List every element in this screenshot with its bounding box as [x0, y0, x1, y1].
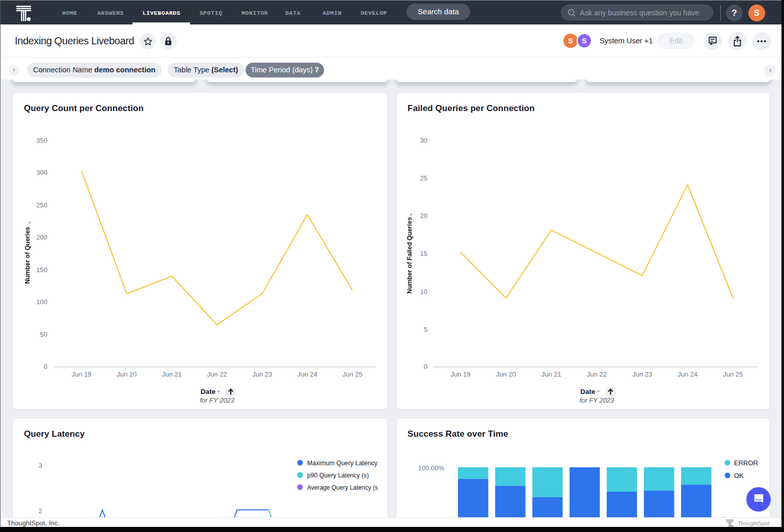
svg-text:Jun 24: Jun 24	[678, 370, 697, 378]
svg-text:Jun 20: Jun 20	[496, 370, 516, 378]
svg-text:2: 2	[39, 507, 42, 515]
svg-text:350: 350	[36, 137, 47, 144]
svg-text:250: 250	[36, 201, 47, 209]
svg-text:25: 25	[420, 174, 427, 182]
svg-text:ERROR: ERROR	[734, 459, 758, 467]
svg-text:0: 0	[424, 363, 427, 370]
svg-text:for FY 2023: for FY 2023	[580, 396, 614, 404]
svg-text:Average Query Latency (s: Average Query Latency (s	[307, 484, 378, 491]
svg-text:p90 Query Latency (s): p90 Query Latency (s)	[307, 471, 369, 479]
svg-text:Jun 22: Jun 22	[587, 370, 607, 378]
svg-text:Jun 20: Jun 20	[117, 370, 137, 378]
svg-text:Date: Date	[201, 388, 216, 395]
svg-text:Date: Date	[580, 388, 596, 395]
svg-text:15: 15	[420, 250, 427, 257]
svg-text:Jun 21: Jun 21	[162, 370, 182, 378]
svg-text:200: 200	[36, 233, 47, 241]
svg-text:10: 10	[420, 288, 427, 296]
svg-text:for FY 2023: for FY 2023	[200, 396, 234, 404]
svg-text:Number of Failed Queries: Number of Failed Queries	[405, 217, 413, 294]
svg-text:Jun 19: Jun 19	[450, 370, 470, 378]
svg-text:150: 150	[36, 266, 47, 274]
svg-text:Jun 19: Jun 19	[71, 370, 91, 378]
svg-text:300: 300	[36, 169, 47, 176]
svg-text:Jun 25: Jun 25	[342, 370, 362, 378]
svg-text:30: 30	[420, 137, 427, 144]
svg-text:100: 100	[36, 298, 47, 306]
svg-text:OK: OK	[734, 472, 744, 480]
svg-text:Jun 22: Jun 22	[207, 370, 227, 378]
svg-text:Jun 23: Jun 23	[252, 370, 272, 378]
svg-text:Number of Queries: Number of Queries	[23, 227, 31, 284]
svg-text:Jun 23: Jun 23	[632, 370, 652, 378]
svg-text:Maximum Query Latency: Maximum Query Latency	[307, 459, 377, 467]
svg-text:Jun 24: Jun 24	[298, 370, 317, 378]
svg-text:5: 5	[424, 326, 427, 333]
svg-text:20: 20	[420, 212, 427, 220]
svg-text:50: 50	[40, 331, 47, 338]
svg-text:3: 3	[39, 462, 42, 469]
svg-text:100.00%: 100.00%	[418, 464, 445, 472]
svg-text:0: 0	[44, 363, 47, 370]
svg-text:Jun 25: Jun 25	[723, 370, 743, 378]
svg-text:Jun 21: Jun 21	[542, 370, 561, 378]
